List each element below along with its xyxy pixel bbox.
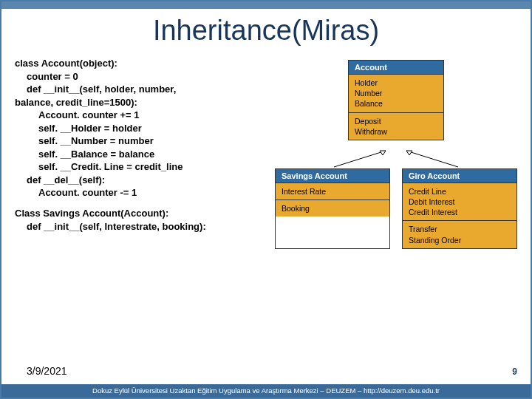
- class-attrs: Interest Rate: [276, 183, 389, 200]
- uml-diagram: Account Holder Number Balance Deposit Wi…: [275, 57, 517, 249]
- svg-marker-3: [406, 151, 412, 155]
- code-line: self. __Holder = holder: [15, 122, 267, 135]
- slide-number: 9: [512, 366, 517, 377]
- footer-bar: Dokuz Eylül Üniversitesi Uzaktan Eğitim …: [1, 384, 531, 398]
- class-box-account: Account Holder Number Balance Deposit Wi…: [348, 60, 444, 140]
- code-line: def __init__(self, holder, number,: [15, 83, 267, 96]
- class-methods: Deposit Withdraw: [349, 112, 443, 140]
- content-row: class Account(object): counter = 0 def _…: [1, 57, 531, 249]
- class-head: Giro Account: [403, 169, 516, 183]
- code-line: Account. counter += 1: [15, 109, 267, 122]
- class-methods: Booking: [276, 200, 389, 216]
- code-line: class Account(object):: [15, 57, 267, 70]
- class-attrs: Credit Line Debit Interest Credit Intere…: [403, 183, 516, 221]
- top-accent-bar: [1, 1, 531, 9]
- footer-date: 3/9/2021: [27, 365, 67, 377]
- code-line: Account. counter -= 1: [15, 186, 267, 200]
- svg-line-0: [334, 151, 386, 167]
- code-line: counter = 0: [15, 70, 267, 83]
- code-line: self. __Number = number: [15, 134, 267, 148]
- class-box-giro: Giro Account Credit Line Debit Interest …: [402, 168, 517, 249]
- code-line: Class Savings Account(Account):: [15, 207, 267, 220]
- inheritance-arrows: [275, 154, 517, 168]
- child-row: Savings Account Interest Rate Booking Gi…: [275, 168, 517, 249]
- class-methods: Transfer Standing Order: [403, 220, 516, 248]
- code-line: self. __Credit. Line = credit_line: [15, 160, 267, 174]
- code-line: balance, credit_line=1500):: [15, 96, 267, 109]
- code-block: class Account(object): counter = 0 def _…: [15, 57, 267, 249]
- class-head: Account: [349, 61, 443, 75]
- slide-title: Inheritance(Miras): [1, 9, 531, 57]
- code-line: self. __Balance = balance: [15, 148, 267, 161]
- code-line: def __del__(self):: [15, 174, 267, 187]
- code-line: def __init__(self, Interestrate, booking…: [15, 220, 267, 233]
- class-box-savings: Savings Account Interest Rate Booking: [275, 168, 390, 249]
- class-head: Savings Account: [276, 169, 389, 183]
- svg-line-2: [406, 151, 458, 167]
- svg-marker-1: [380, 151, 386, 155]
- slide: Inheritance(Miras) class Account(object)…: [0, 0, 532, 399]
- class-attrs: Holder Number Balance: [349, 75, 443, 112]
